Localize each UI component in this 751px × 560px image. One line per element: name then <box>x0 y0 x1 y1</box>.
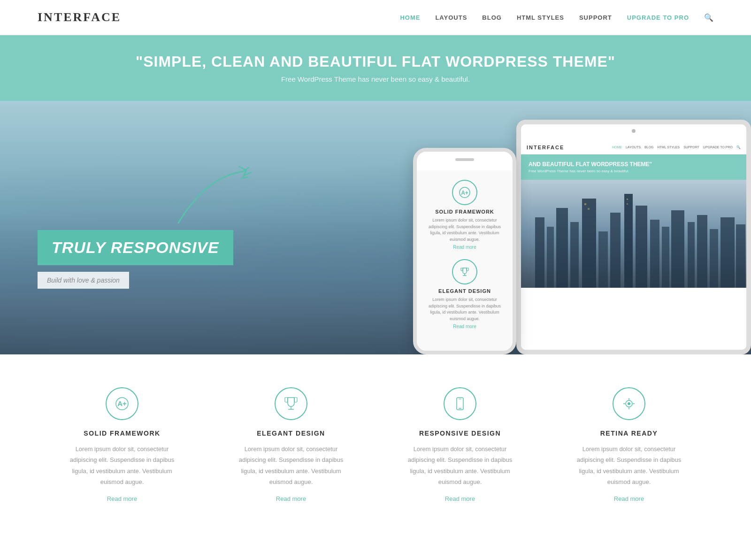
phone-content: A+ SOLID FRAMEWORK Lorem ipsum dolor sit… <box>417 170 513 351</box>
nav-home[interactable]: HOME <box>400 14 420 21</box>
phone-feature-2-text: Lorem ipsum dolor sit, consectetur adipi… <box>424 297 506 322</box>
svg-rect-27 <box>627 199 628 200</box>
feature-3-link[interactable]: Read more <box>445 495 475 502</box>
search-icon[interactable]: 🔍 <box>704 13 713 22</box>
tablet-banner-heading: AND BEAUTIFUL FLAT WORDPRESS THEME" <box>529 161 739 168</box>
svg-text:A+: A+ <box>461 190 468 196</box>
phone-device: A+ SOLID FRAMEWORK Lorem ipsum dolor sit… <box>413 148 516 354</box>
phone-feature-2: ELEGANT DESIGN Lorem ipsum dolor sit, co… <box>424 259 506 329</box>
hero-subtitle: Build with love & passion <box>47 276 120 284</box>
svg-rect-17 <box>650 220 659 288</box>
tablet-banner: AND BEAUTIFUL FLAT WORDPRESS THEME" Free… <box>521 154 746 180</box>
site-header: INTERFACE HOME LAYOUTS BLOG HTML STYLES … <box>0 0 751 35</box>
tablet-camera <box>632 129 636 133</box>
phone-feature-1-link[interactable]: Read more <box>424 245 506 250</box>
feature-card-3: RESPONSIVE DESIGN Lorem ipsum dolor sit,… <box>390 387 530 503</box>
devices-container: A+ SOLID FRAMEWORK Lorem ipsum dolor sit… <box>376 110 751 354</box>
svg-rect-9 <box>547 227 554 288</box>
framework-icon: A+ <box>106 387 138 420</box>
svg-rect-20 <box>688 222 695 288</box>
tablet-city-image <box>521 180 746 288</box>
hero-subtitle-box: Build with love & passion <box>38 272 129 289</box>
svg-rect-28 <box>627 203 628 205</box>
feature-card-4: RETINA READY Lorem ipsum dolor sit, cons… <box>559 387 699 503</box>
svg-rect-11 <box>570 222 579 288</box>
feature-1-title: SOLID FRAMEWORK <box>61 430 183 437</box>
hero-banner: "SIMPLE, CLEAN AND BEAUTIFUL FLAT WORDPR… <box>0 35 751 101</box>
decorative-arrow <box>169 157 263 234</box>
svg-rect-18 <box>662 227 669 288</box>
nav-blog[interactable]: BLOG <box>482 14 502 21</box>
feature-3-title: RESPONSIVE DESIGN <box>399 430 521 437</box>
tablet-nav-upgrade: UPGRADE TO PRO <box>703 146 733 149</box>
svg-point-37 <box>628 402 630 405</box>
tablet-search-icon: 🔍 <box>736 146 741 149</box>
tablet-nav-html: HTML STYLES <box>658 146 680 149</box>
nav-upgrade[interactable]: UPGRADE TO PRO <box>627 14 689 21</box>
svg-rect-23 <box>720 217 735 288</box>
svg-rect-19 <box>671 210 684 288</box>
tablet-nav-layouts: LAYOUTS <box>626 146 641 149</box>
feature-4-text: Lorem ipsum dolor sit, consectetur adipi… <box>568 444 690 488</box>
tablet-nav: INTERFACE HOME LAYOUTS BLOG HTML STYLES … <box>521 141 746 154</box>
features-section: A+ SOLID FRAMEWORK Lorem ipsum dolor sit… <box>0 354 751 536</box>
hero-title: TRULY RESPONSIVE <box>52 238 219 257</box>
hero-section: TRULY RESPONSIVE Build with love & passi… <box>0 101 751 354</box>
svg-rect-14 <box>610 213 621 288</box>
tablet-content: INTERFACE HOME LAYOUTS BLOG HTML STYLES … <box>521 141 746 350</box>
phone-feature-2-link[interactable]: Read more <box>424 324 506 329</box>
svg-rect-33 <box>457 398 463 410</box>
feature-2-title: ELEGANT DESIGN <box>230 430 352 437</box>
tablet-nav-home: HOME <box>612 146 622 149</box>
feature-2-link[interactable]: Read more <box>276 495 306 502</box>
tablet-nav-support: SUPPORT <box>683 146 699 149</box>
tablet-nav-blog: BLOG <box>644 146 653 149</box>
svg-rect-10 <box>556 208 568 288</box>
feature-card-1: A+ SOLID FRAMEWORK Lorem ipsum dolor sit… <box>52 387 192 503</box>
phone-feature-2-title: ELEGANT DESIGN <box>424 288 506 294</box>
site-logo[interactable]: INTERFACE <box>38 10 121 24</box>
phone-speaker <box>455 158 474 161</box>
phone-feature-1-title: SOLID FRAMEWORK <box>424 209 506 215</box>
svg-rect-25 <box>584 203 586 205</box>
tablet-banner-sub: Free WordPress Theme has never been so e… <box>529 169 739 173</box>
main-nav: HOME LAYOUTS BLOG HTML STYLES SUPPORT UP… <box>400 13 713 22</box>
tablet-nav-links: HOME LAYOUTS BLOG HTML STYLES SUPPORT UP… <box>612 146 741 149</box>
svg-rect-21 <box>697 215 707 288</box>
svg-rect-26 <box>588 208 590 210</box>
hero-title-box: TRULY RESPONSIVE <box>38 230 233 265</box>
feature-4-link[interactable]: Read more <box>614 495 644 502</box>
svg-rect-22 <box>710 229 718 288</box>
mobile-icon <box>444 387 476 420</box>
trophy-icon <box>275 387 307 420</box>
svg-rect-16 <box>636 206 647 288</box>
phone-feature-1-text: Lorem ipsum dolor sit, consectetur adipi… <box>424 217 506 243</box>
svg-rect-8 <box>535 217 544 288</box>
tablet-logo: INTERFACE <box>527 145 564 150</box>
feature-2-text: Lorem ipsum dolor sit, consectetur adipi… <box>230 444 352 488</box>
banner-subtext: Free WordPress Theme has never been so e… <box>9 75 742 83</box>
svg-rect-24 <box>736 224 745 288</box>
framework-icon-phone: A+ <box>452 180 477 205</box>
svg-rect-15 <box>624 194 633 288</box>
nav-html-styles[interactable]: HTML STYLES <box>517 14 564 21</box>
banner-heading: "SIMPLE, CLEAN AND BEAUTIFUL FLAT WORDPR… <box>9 53 742 70</box>
tablet-device: INTERFACE HOME LAYOUTS BLOG HTML STYLES … <box>516 120 751 354</box>
nav-support[interactable]: SUPPORT <box>579 14 612 21</box>
svg-text:A+: A+ <box>117 399 127 407</box>
svg-rect-13 <box>598 231 608 288</box>
nav-layouts[interactable]: LAYOUTS <box>435 14 467 21</box>
feature-card-2: ELEGANT DESIGN Lorem ipsum dolor sit, co… <box>221 387 361 503</box>
feature-3-text: Lorem ipsum dolor sit, consectetur adipi… <box>399 444 521 488</box>
trophy-icon-phone <box>452 259 477 284</box>
phone-feature-1: A+ SOLID FRAMEWORK Lorem ipsum dolor sit… <box>424 180 506 250</box>
feature-1-text: Lorem ipsum dolor sit, consectetur adipi… <box>61 444 183 488</box>
svg-rect-12 <box>582 199 596 288</box>
retina-icon <box>613 387 645 420</box>
feature-1-link[interactable]: Read more <box>107 495 137 502</box>
feature-4-title: RETINA READY <box>568 430 690 437</box>
hero-text: TRULY RESPONSIVE Build with love & passi… <box>38 230 233 289</box>
